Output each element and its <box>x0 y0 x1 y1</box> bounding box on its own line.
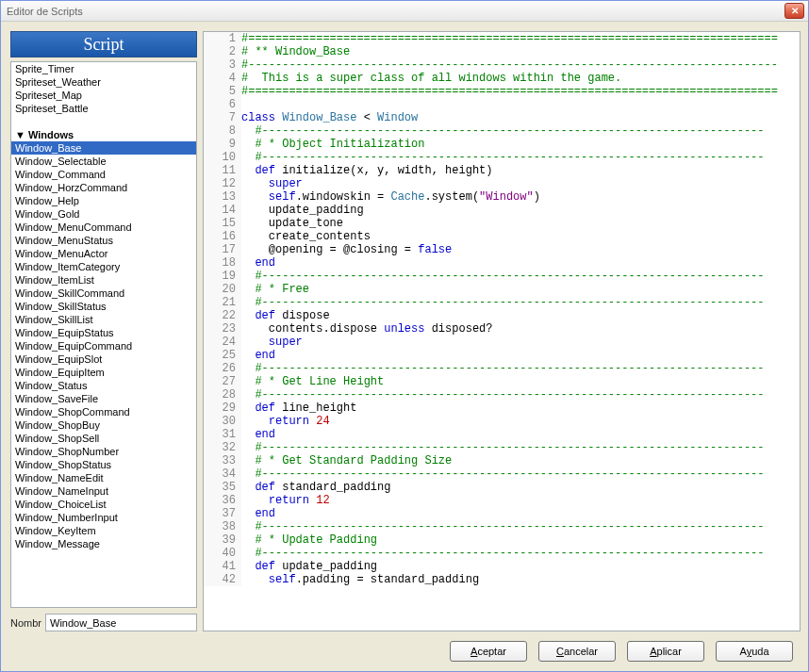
code-text[interactable]: # * Update Padding <box>241 533 800 547</box>
list-item[interactable]: Window_Help <box>11 194 196 207</box>
list-item[interactable]: Window_MenuActor <box>11 247 196 260</box>
code-line[interactable]: 26 #------------------------------------… <box>204 362 800 375</box>
code-editor[interactable]: 1#======================================… <box>204 32 800 631</box>
name-input[interactable] <box>45 614 197 631</box>
list-item[interactable]: Window_SkillCommand <box>11 287 196 300</box>
list-item[interactable]: Window_EquipCommand <box>11 339 196 352</box>
list-item[interactable]: Window_ShopBuy <box>11 418 196 432</box>
list-item[interactable]: Spriteset_Weather <box>11 75 196 89</box>
titlebar[interactable]: Editor de Scripts ✕ <box>1 1 808 22</box>
list-item[interactable]: Window_KeyItem <box>11 524 196 537</box>
code-line[interactable]: 22 def dispose <box>204 309 800 322</box>
code-text[interactable]: #---------------------------------------… <box>241 467 800 481</box>
code-line[interactable]: 35 def standard_padding <box>204 481 800 494</box>
code-line[interactable]: 5#======================================… <box>204 85 800 98</box>
code-line[interactable]: 4# This is a super class of all windows … <box>204 72 800 85</box>
list-item[interactable]: Sprite_Timer <box>11 62 196 75</box>
list-item[interactable]: Window_ShopNumber <box>11 445 196 458</box>
list-item[interactable]: Window_Selectable <box>11 155 196 168</box>
script-list[interactable]: Sprite_TimerSpriteset_WeatherSpriteset_M… <box>11 62 196 607</box>
list-item[interactable]: Spriteset_Map <box>11 89 196 102</box>
code-line[interactable]: 12 super <box>204 177 800 190</box>
list-item[interactable]: Window_EquipSlot <box>11 352 196 366</box>
code-text[interactable]: return 12 <box>241 494 800 507</box>
code-line[interactable]: 18 end <box>204 256 800 270</box>
code-text[interactable]: end <box>241 507 800 520</box>
code-line[interactable]: 13 self.windowskin = Cache.system("Windo… <box>204 190 800 204</box>
list-item[interactable]: Window_SaveFile <box>11 392 196 405</box>
code-text[interactable]: # * Get Line Height <box>241 375 800 388</box>
code-line[interactable]: 39 # * Update Padding <box>204 533 800 547</box>
code-text[interactable] <box>241 98 800 111</box>
code-text[interactable]: #---------------------------------------… <box>241 388 800 402</box>
code-line[interactable]: 25 end <box>204 349 800 362</box>
code-line[interactable]: 21 #------------------------------------… <box>204 296 800 309</box>
list-item[interactable]: Window_ShopSell <box>11 432 196 445</box>
code-text[interactable]: return 24 <box>241 415 800 428</box>
code-text[interactable]: # ** Window_Base <box>241 45 800 58</box>
list-item[interactable]: Window_MenuStatus <box>11 234 196 247</box>
list-item[interactable]: Window_SkillStatus <box>11 300 196 313</box>
code-text[interactable]: @opening = @closing = false <box>241 243 800 256</box>
code-line[interactable]: 33 # * Get Standard Padding Size <box>204 454 800 467</box>
code-line[interactable]: 28 #------------------------------------… <box>204 388 800 402</box>
code-line[interactable]: 10 #------------------------------------… <box>204 151 800 164</box>
list-item[interactable]: Window_Status <box>11 379 196 392</box>
list-item[interactable]: Window_SkillList <box>11 313 196 326</box>
code-text[interactable]: def update_padding <box>241 560 800 573</box>
code-text[interactable]: #=======================================… <box>241 85 800 98</box>
code-text[interactable]: self.windowskin = Cache.system("Window") <box>241 190 800 204</box>
list-item[interactable]: ▼ Windows <box>11 128 196 141</box>
code-text[interactable]: #---------------------------------------… <box>241 124 800 138</box>
code-text[interactable]: #---------------------------------------… <box>241 362 800 375</box>
code-line[interactable]: 29 def line_height <box>204 402 800 415</box>
code-text[interactable]: update_tone <box>241 217 800 230</box>
code-line[interactable]: 7class Window_Base < Window <box>204 111 800 124</box>
list-item[interactable]: Window_Base <box>11 141 196 155</box>
code-text[interactable]: #---------------------------------------… <box>241 441 800 454</box>
code-line[interactable]: 40 #------------------------------------… <box>204 547 800 560</box>
code-text[interactable]: def standard_padding <box>241 481 800 494</box>
list-item[interactable]: Window_Command <box>11 168 196 181</box>
code-line[interactable]: 2# ** Window_Base <box>204 45 800 58</box>
close-button[interactable]: ✕ <box>784 3 804 19</box>
code-text[interactable]: super <box>241 177 800 190</box>
code-text[interactable]: def line_height <box>241 402 800 415</box>
code-line[interactable]: 38 #------------------------------------… <box>204 520 800 533</box>
list-item[interactable]: Window_NameInput <box>11 484 196 498</box>
list-item[interactable]: Window_EquipStatus <box>11 326 196 339</box>
code-line[interactable]: 11 def initialize(x, y, width, height) <box>204 164 800 177</box>
code-text[interactable]: def dispose <box>241 309 800 322</box>
code-line[interactable]: 9 # * Object Initialization <box>204 138 800 151</box>
list-item[interactable]: Window_Gold <box>11 207 196 221</box>
code-text[interactable]: #---------------------------------------… <box>241 547 800 560</box>
code-text[interactable]: #---------------------------------------… <box>241 520 800 533</box>
code-line[interactable]: 24 super <box>204 336 800 349</box>
list-item[interactable]: Window_EquipItem <box>11 366 196 379</box>
list-item[interactable]: Window_ItemList <box>11 273 196 287</box>
code-text[interactable]: #---------------------------------------… <box>241 270 800 283</box>
code-text[interactable]: # This is a super class of all windows w… <box>241 72 800 85</box>
list-item[interactable]: Window_MenuCommand <box>11 221 196 234</box>
list-item[interactable]: Window_ShopStatus <box>11 458 196 471</box>
code-line[interactable]: 16 create_contents <box>204 230 800 243</box>
code-line[interactable]: 17 @opening = @closing = false <box>204 243 800 256</box>
cancel-button[interactable]: Cancelar <box>538 641 616 662</box>
code-text[interactable]: #=======================================… <box>241 32 800 45</box>
code-line[interactable]: 42 self.padding = standard_padding <box>204 573 800 586</box>
code-line[interactable]: 6 <box>204 98 800 111</box>
list-item[interactable]: Window_ChoiceList <box>11 498 196 511</box>
code-line[interactable]: 31 end <box>204 428 800 441</box>
code-text[interactable]: update_padding <box>241 204 800 217</box>
help-button[interactable]: Ayuda <box>716 641 793 662</box>
code-text[interactable]: contents.dispose unless disposed? <box>241 322 800 336</box>
code-line[interactable]: 15 update_tone <box>204 217 800 230</box>
code-line[interactable]: 14 update_padding <box>204 204 800 217</box>
code-text[interactable]: #---------------------------------------… <box>241 296 800 309</box>
code-line[interactable]: 23 contents.dispose unless disposed? <box>204 322 800 336</box>
code-text[interactable]: # * Object Initialization <box>241 138 800 151</box>
code-line[interactable]: 1#======================================… <box>204 32 800 45</box>
code-line[interactable]: 36 return 12 <box>204 494 800 507</box>
list-item[interactable]: Window_NumberInput <box>11 511 196 524</box>
code-text[interactable]: super <box>241 336 800 349</box>
